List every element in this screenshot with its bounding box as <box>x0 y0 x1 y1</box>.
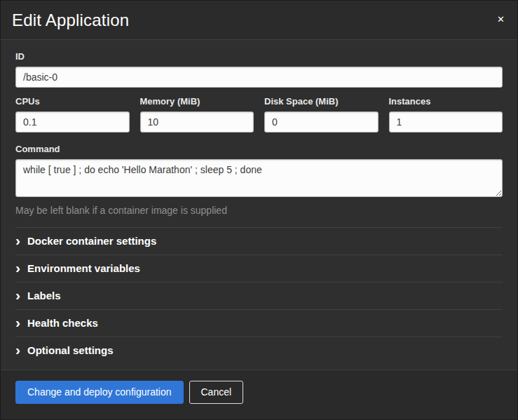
section-labels[interactable]: › Labels <box>15 282 503 309</box>
disk-input[interactable] <box>264 111 379 133</box>
command-help-text: May be left blank if a container image i… <box>15 205 503 216</box>
section-environment-variables[interactable]: › Environment variables <box>15 255 503 282</box>
instances-label: Instances <box>389 96 503 107</box>
instances-input[interactable] <box>389 111 503 133</box>
field-disk: Disk Space (MiB) <box>264 86 379 133</box>
section-label: Docker container settings <box>27 235 156 247</box>
section-label: Health checks <box>27 317 98 329</box>
section-docker-container-settings[interactable]: › Docker container settings <box>15 227 503 255</box>
section-label: Optional settings <box>27 344 114 356</box>
cpus-input[interactable] <box>15 111 130 133</box>
field-memory: Memory (MiB) <box>140 86 254 133</box>
command-label: Command <box>15 144 503 154</box>
resources-row: CPUs Memory (MiB) Disk Space (MiB) Insta… <box>15 86 503 133</box>
disk-label: Disk Space (MiB) <box>264 96 379 107</box>
cpus-label: CPUs <box>15 96 130 107</box>
chevron-right-icon: › <box>15 236 20 245</box>
section-label: Labels <box>27 290 61 302</box>
cancel-button[interactable]: Cancel <box>189 381 244 404</box>
id-input[interactable] <box>15 67 503 88</box>
modal-footer: Change and deploy configuration Cancel <box>1 370 517 419</box>
chevron-right-icon: › <box>15 263 20 273</box>
section-health-checks[interactable]: › Health checks <box>15 309 503 337</box>
id-label: ID <box>15 51 503 62</box>
chevron-right-icon: › <box>15 318 20 327</box>
chevron-right-icon: › <box>15 290 20 300</box>
modal-header: Edit Application ✕ <box>1 1 517 40</box>
edit-application-modal: Edit Application ✕ ID CPUs Memory (MiB) … <box>0 0 518 420</box>
field-command: Command while [ true ] ; do echo 'Hello … <box>15 144 503 216</box>
modal-title: Edit Application <box>12 11 129 30</box>
field-instances: Instances <box>389 86 503 133</box>
chevron-right-icon: › <box>15 345 20 355</box>
close-icon[interactable]: ✕ <box>496 11 506 28</box>
field-cpus: CPUs <box>15 86 130 133</box>
section-label: Environment variables <box>27 262 140 274</box>
collapsible-sections: › Docker container settings › Environmen… <box>15 227 503 364</box>
memory-label: Memory (MiB) <box>140 96 254 107</box>
modal-body: ID CPUs Memory (MiB) Disk Space (MiB) In… <box>1 40 517 370</box>
memory-input[interactable] <box>140 111 254 133</box>
change-and-deploy-button[interactable]: Change and deploy configuration <box>15 381 184 404</box>
section-optional-settings[interactable]: › Optional settings <box>15 337 503 364</box>
command-textarea[interactable]: while [ true ] ; do echo 'Hello Marathon… <box>15 159 503 197</box>
field-id: ID <box>15 51 503 88</box>
